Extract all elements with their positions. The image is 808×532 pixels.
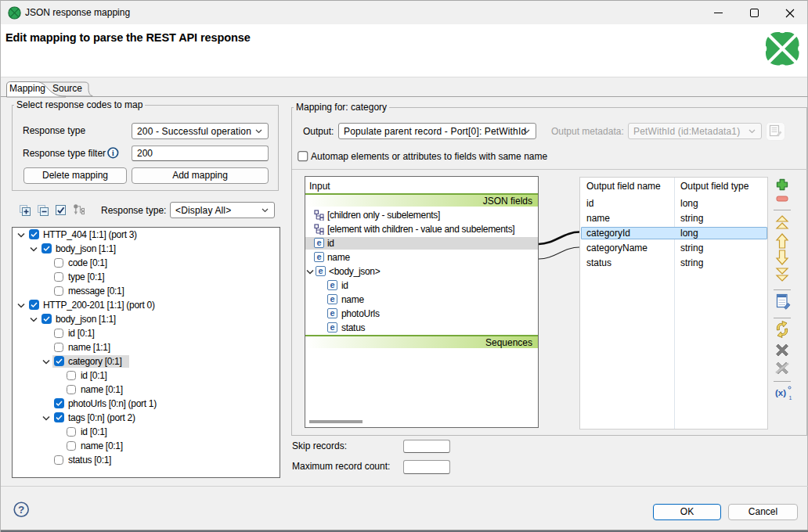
- svg-text:(x): (x): [775, 388, 786, 397]
- svg-text:?: ?: [18, 504, 24, 516]
- svg-text:1: 1: [789, 395, 792, 401]
- svg-text:i: i: [112, 148, 114, 157]
